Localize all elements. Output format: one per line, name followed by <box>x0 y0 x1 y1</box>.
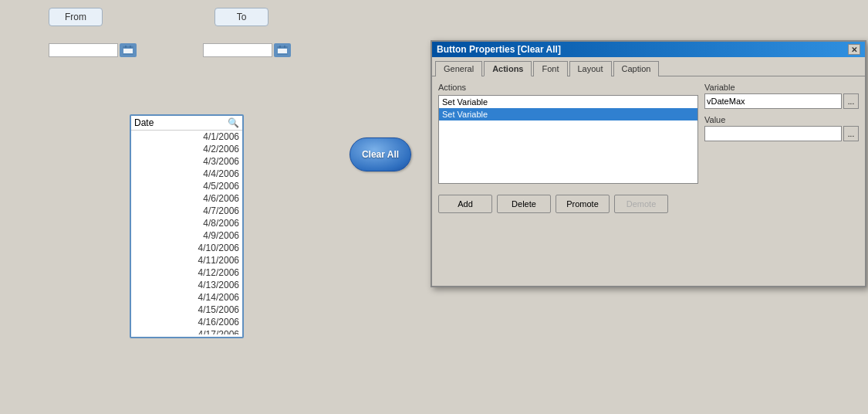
promote-label: Promote <box>566 199 599 209</box>
action-item[interactable]: Set Variable <box>439 96 697 108</box>
svg-rect-4 <box>130 46 131 48</box>
value-row: Value ... <box>704 115 859 141</box>
actions-section-label: Actions <box>438 83 698 92</box>
tab-caption[interactable]: Caption <box>613 61 660 76</box>
value-label: Value <box>704 115 859 124</box>
dialog-close-button[interactable]: ✕ <box>848 44 860 55</box>
list-item[interactable]: 4/7/2006 <box>131 205 242 217</box>
actions-list[interactable]: Set VariableSet Variable <box>438 95 698 184</box>
svg-rect-8 <box>279 46 281 48</box>
dialog-titlebar: Button Properties [Clear All] ✕ <box>432 42 865 57</box>
list-item[interactable]: 4/11/2006 <box>131 254 242 266</box>
list-item[interactable]: 4/2/2006 <box>131 143 242 155</box>
svg-rect-9 <box>284 46 285 48</box>
list-item[interactable]: 4/15/2006 <box>131 304 242 316</box>
actions-section: Actions Set VariableSet Variable <box>438 83 698 184</box>
delete-button[interactable]: Delete <box>497 195 551 213</box>
date-list[interactable]: 4/1/20064/2/20064/3/20064/4/20064/5/2006… <box>131 131 242 334</box>
tab-font[interactable]: Font <box>533 61 567 76</box>
list-item[interactable]: 4/8/2006 <box>131 217 242 229</box>
list-item[interactable]: 4/17/2006 <box>131 328 242 334</box>
to-calendar-icon[interactable] <box>274 43 291 57</box>
list-item[interactable]: 4/1/2006 <box>131 131 242 143</box>
list-item[interactable]: 4/10/2006 <box>131 242 242 254</box>
tab-actions[interactable]: Actions <box>484 61 532 76</box>
date-listbox: Date 🔍 4/1/20064/2/20064/3/20064/4/20064… <box>130 114 244 338</box>
delete-label: Delete <box>512 199 536 209</box>
action-item[interactable]: Set Variable <box>439 108 697 120</box>
add-label: Add <box>458 199 473 209</box>
from-date-input[interactable] <box>49 43 118 57</box>
list-item[interactable]: 4/14/2006 <box>131 291 242 304</box>
list-item[interactable]: 4/6/2006 <box>131 192 242 205</box>
date-listbox-title: Date <box>134 117 154 128</box>
list-item[interactable]: 4/9/2006 <box>131 229 242 242</box>
svg-rect-2 <box>123 49 133 53</box>
list-item[interactable]: 4/16/2006 <box>131 316 242 328</box>
list-item[interactable]: 4/12/2006 <box>131 266 242 279</box>
clear-all-button[interactable]: Clear All <box>350 137 411 171</box>
search-icon[interactable]: 🔍 <box>228 117 239 128</box>
list-item[interactable]: 4/13/2006 <box>131 279 242 291</box>
svg-rect-7 <box>278 49 287 53</box>
list-item[interactable]: 4/5/2006 <box>131 180 242 192</box>
list-item[interactable]: 4/4/2006 <box>131 168 242 180</box>
variable-ellipsis-label: ... <box>848 97 854 106</box>
variable-row: Variable ... <box>704 83 859 109</box>
tabs-bar: GeneralActionsFontLayoutCaption <box>432 57 865 76</box>
value-input-row: ... <box>704 126 859 141</box>
tab-layout[interactable]: Layout <box>569 61 612 76</box>
dialog-bottom-buttons: Add Delete Promote Demote <box>432 190 865 218</box>
variable-label: Variable <box>704 83 859 92</box>
props-section: Variable ... Value ... <box>704 83 859 184</box>
date-listbox-header: Date 🔍 <box>131 116 242 131</box>
dialog-title: Button Properties [Clear All] <box>437 44 561 55</box>
list-item[interactable]: 4/3/2006 <box>131 155 242 168</box>
left-panel: From To Date 🔍 <box>0 0 428 414</box>
svg-rect-3 <box>125 46 127 48</box>
clear-all-label: Clear All <box>362 149 399 160</box>
to-date-input[interactable] <box>203 43 272 57</box>
variable-input-row: ... <box>704 93 859 109</box>
to-label: To <box>237 12 247 22</box>
value-ellipsis-button[interactable]: ... <box>843 126 859 141</box>
add-button[interactable]: Add <box>438 195 492 213</box>
value-ellipsis-label: ... <box>848 130 854 138</box>
button-properties-dialog: Button Properties [Clear All] ✕ GeneralA… <box>431 40 866 287</box>
from-label: From <box>65 12 86 22</box>
from-calendar-icon[interactable] <box>120 43 137 57</box>
variable-ellipsis-button[interactable]: ... <box>843 93 859 109</box>
demote-label: Demote <box>627 199 657 209</box>
demote-button: Demote <box>614 195 668 213</box>
to-button[interactable]: To <box>214 8 269 26</box>
tab-general[interactable]: General <box>435 61 482 76</box>
value-input[interactable] <box>704 126 842 141</box>
promote-button[interactable]: Promote <box>556 195 610 213</box>
dialog-body: Actions Set VariableSet Variable Variabl… <box>432 76 865 190</box>
from-button[interactable]: From <box>49 8 103 26</box>
variable-input[interactable] <box>704 93 842 109</box>
